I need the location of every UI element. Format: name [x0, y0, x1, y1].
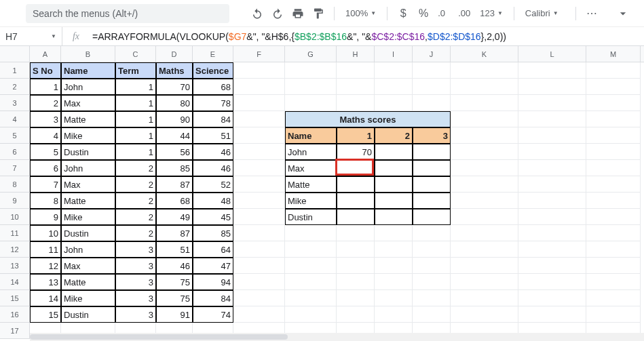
cell[interactable] — [586, 258, 641, 274]
col-header-F[interactable]: F — [233, 46, 285, 62]
table-row[interactable]: 78 — [193, 95, 233, 111]
cell[interactable] — [375, 95, 413, 111]
header-maths[interactable]: Maths — [156, 62, 193, 79]
menu-search[interactable]: Search the menus (Alt+/) — [26, 4, 229, 23]
cell[interactable] — [451, 127, 518, 144]
cell[interactable] — [451, 225, 518, 241]
cell[interactable] — [337, 62, 375, 79]
table-row[interactable]: 56 — [156, 144, 193, 160]
table-row[interactable]: 7 — [30, 176, 61, 193]
cell[interactable] — [451, 274, 518, 290]
table-row[interactable]: Matte — [61, 193, 115, 209]
increase-decimal-button[interactable]: .00 — [455, 5, 473, 22]
name-box[interactable]: H7 — [0, 27, 62, 45]
cell[interactable] — [233, 144, 285, 160]
table-row[interactable]: 87 — [156, 176, 193, 193]
table-row[interactable]: 1 — [115, 111, 156, 127]
col-header-K[interactable]: K — [451, 46, 518, 62]
table-row[interactable]: Dustin — [61, 225, 115, 241]
table-row[interactable]: Dustin — [61, 306, 115, 323]
lookup-row[interactable] — [413, 160, 451, 176]
table-row[interactable]: Mike — [61, 209, 115, 225]
table-row[interactable]: Dustin — [61, 144, 115, 160]
lookup-row[interactable] — [413, 176, 451, 193]
cell[interactable] — [586, 241, 641, 258]
table-row[interactable]: 8 — [30, 193, 61, 209]
table-row[interactable]: 3 — [115, 241, 156, 258]
col-header-E[interactable]: E — [193, 46, 233, 62]
cell[interactable] — [285, 290, 337, 306]
table-row[interactable]: 3 — [115, 274, 156, 290]
row-header-5[interactable]: 5 — [0, 127, 29, 144]
table-row[interactable]: 6 — [30, 160, 61, 176]
cell[interactable] — [518, 127, 586, 144]
cell[interactable] — [518, 225, 586, 241]
table-row[interactable]: 64 — [193, 241, 233, 258]
cell[interactable] — [285, 306, 337, 323]
col-header-G[interactable]: G — [285, 46, 337, 62]
cell[interactable] — [586, 225, 641, 241]
lookup-row[interactable] — [375, 193, 413, 209]
cell[interactable] — [233, 111, 285, 127]
table-row[interactable]: 80 — [156, 95, 193, 111]
header-science[interactable]: Science — [193, 62, 233, 79]
redo-button[interactable] — [269, 5, 286, 22]
cell[interactable] — [233, 160, 285, 176]
cell[interactable] — [285, 274, 337, 290]
row-header-15[interactable]: 15 — [0, 290, 29, 306]
table-row[interactable]: Max — [61, 176, 115, 193]
cell[interactable] — [285, 62, 337, 79]
cell[interactable] — [586, 95, 641, 111]
lookup-header-term[interactable]: 1 — [337, 127, 375, 144]
zoom-dropdown[interactable]: 100% — [341, 8, 380, 18]
lookup-row[interactable] — [337, 160, 375, 176]
cell[interactable] — [586, 62, 641, 79]
table-row[interactable]: 44 — [156, 127, 193, 144]
cell[interactable] — [337, 79, 375, 95]
lookup-row[interactable]: Max — [285, 160, 337, 176]
cell[interactable] — [233, 176, 285, 193]
table-row[interactable]: 68 — [193, 79, 233, 95]
table-row[interactable]: 10 — [30, 225, 61, 241]
cell[interactable] — [451, 111, 518, 127]
table-row[interactable]: 12 — [30, 258, 61, 274]
table-row[interactable]: 15 — [30, 306, 61, 323]
cell[interactable] — [518, 290, 586, 306]
row-header-1[interactable]: 1 — [0, 62, 29, 79]
col-header-H[interactable]: H — [337, 46, 375, 62]
lookup-row[interactable] — [413, 209, 451, 225]
cell[interactable] — [586, 111, 641, 127]
cell[interactable] — [518, 193, 586, 209]
cell[interactable] — [586, 127, 641, 144]
row-header-14[interactable]: 14 — [0, 274, 29, 290]
lookup-row[interactable] — [375, 209, 413, 225]
header-sno[interactable]: S No — [30, 62, 61, 79]
table-row[interactable]: 70 — [156, 79, 193, 95]
table-row[interactable]: 9 — [30, 209, 61, 225]
cell[interactable] — [451, 306, 518, 323]
format-dropdown[interactable]: 123 — [476, 8, 507, 18]
table-row[interactable]: Max — [61, 95, 115, 111]
row-header-9[interactable]: 9 — [0, 193, 29, 209]
table-row[interactable]: Mike — [61, 290, 115, 306]
cell[interactable] — [375, 306, 413, 323]
cell[interactable] — [451, 160, 518, 176]
table-row[interactable]: 11 — [30, 241, 61, 258]
row-header-2[interactable]: 2 — [0, 79, 29, 95]
lookup-row[interactable] — [375, 176, 413, 193]
col-header-L[interactable]: L — [518, 46, 586, 62]
cell[interactable] — [413, 62, 451, 79]
currency-button[interactable]: $ — [394, 5, 412, 22]
row-header-13[interactable]: 13 — [0, 258, 29, 274]
cell[interactable] — [285, 258, 337, 274]
table-row[interactable]: 1 — [115, 127, 156, 144]
cell[interactable] — [413, 306, 451, 323]
table-row[interactable]: 2 — [115, 160, 156, 176]
table-row[interactable]: Matte — [61, 111, 115, 127]
table-row[interactable]: Mike — [61, 127, 115, 144]
cell[interactable] — [451, 290, 518, 306]
col-header-B[interactable]: B — [61, 46, 115, 62]
table-row[interactable]: 85 — [156, 160, 193, 176]
table-row[interactable]: 2 — [30, 95, 61, 111]
cell[interactable] — [451, 258, 518, 274]
